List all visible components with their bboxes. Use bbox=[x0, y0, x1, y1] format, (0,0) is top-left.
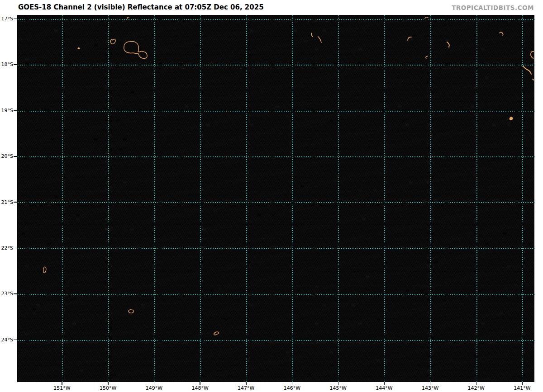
lon-tick-label: 144°W bbox=[370, 385, 399, 391]
lon-tick bbox=[62, 382, 62, 385]
lat-tick-label: 19°S bbox=[0, 108, 13, 113]
lat-tick-label: 18°S bbox=[0, 61, 13, 67]
atoll-arc-3 bbox=[425, 17, 428, 19]
lon-tick-label: 148°W bbox=[186, 385, 214, 391]
lat-tick bbox=[14, 64, 17, 65]
page-title: GOES-18 Channel 2 (visible) Reflectance … bbox=[18, 3, 264, 11]
lat-tick-label: 22°S bbox=[0, 245, 13, 251]
lon-tick bbox=[200, 382, 200, 385]
island-ring-south-west bbox=[43, 267, 46, 273]
coastline-layer bbox=[18, 15, 534, 382]
lon-tick bbox=[430, 382, 431, 385]
atoll-arc-4 bbox=[408, 37, 411, 40]
lon-tick-label: 142°W bbox=[462, 385, 491, 391]
lat-tick-label: 17°S bbox=[0, 16, 13, 22]
lon-tick bbox=[476, 382, 477, 385]
site-watermark: TROPICALTIDBITS.COM bbox=[452, 4, 534, 11]
map-plot-area bbox=[17, 15, 534, 382]
atoll-arc-1 bbox=[311, 33, 313, 37]
lon-tick-label: 149°W bbox=[139, 385, 168, 391]
lat-tick-label: 21°S bbox=[0, 199, 13, 205]
atoll-open-ring bbox=[531, 52, 534, 58]
atoll-hook bbox=[510, 117, 512, 120]
lon-tick bbox=[154, 382, 155, 385]
satellite-map-page: GOES-18 Channel 2 (visible) Reflectance … bbox=[0, 0, 543, 392]
lat-tick-label: 23°S bbox=[0, 291, 13, 297]
lat-tick bbox=[14, 248, 17, 249]
lon-tick-label: 145°W bbox=[324, 385, 352, 391]
lon-tick-label: 147°W bbox=[232, 385, 261, 391]
lat-tick bbox=[14, 293, 17, 294]
lon-tick bbox=[522, 382, 523, 385]
tubuai-island bbox=[129, 310, 133, 313]
lon-tick-label: 141°W bbox=[508, 385, 537, 391]
lon-tick bbox=[338, 382, 339, 385]
moorea-island bbox=[110, 39, 115, 44]
lat-tick-label: 20°S bbox=[0, 153, 13, 159]
atoll-arc-2 bbox=[318, 37, 321, 43]
raivavae-island bbox=[214, 332, 219, 335]
atoll-arc-5 bbox=[447, 42, 449, 47]
atoll-arc-6 bbox=[426, 56, 428, 58]
lat-tick-label: 24°S bbox=[0, 337, 13, 343]
reef-diagonal bbox=[523, 66, 531, 74]
lon-tick-label: 143°W bbox=[416, 385, 445, 391]
tetiaroa-atoll bbox=[127, 17, 129, 19]
lat-tick bbox=[14, 340, 17, 340]
lat-tick bbox=[14, 202, 17, 203]
lon-tick-label: 150°W bbox=[94, 385, 123, 391]
lat-tick bbox=[14, 110, 17, 111]
lon-tick bbox=[108, 382, 109, 385]
lat-tick bbox=[14, 156, 17, 157]
lon-tick bbox=[384, 382, 385, 385]
lat-tick bbox=[14, 19, 17, 19]
reef-fragment bbox=[533, 79, 534, 82]
atoll-arc-7 bbox=[500, 32, 503, 35]
lon-tick-label: 146°W bbox=[278, 385, 307, 391]
lon-tick bbox=[246, 382, 247, 385]
maiao-island bbox=[78, 47, 80, 49]
lon-tick bbox=[292, 382, 293, 385]
tahiti-island bbox=[124, 42, 147, 59]
lon-tick-label: 151°W bbox=[48, 385, 76, 391]
